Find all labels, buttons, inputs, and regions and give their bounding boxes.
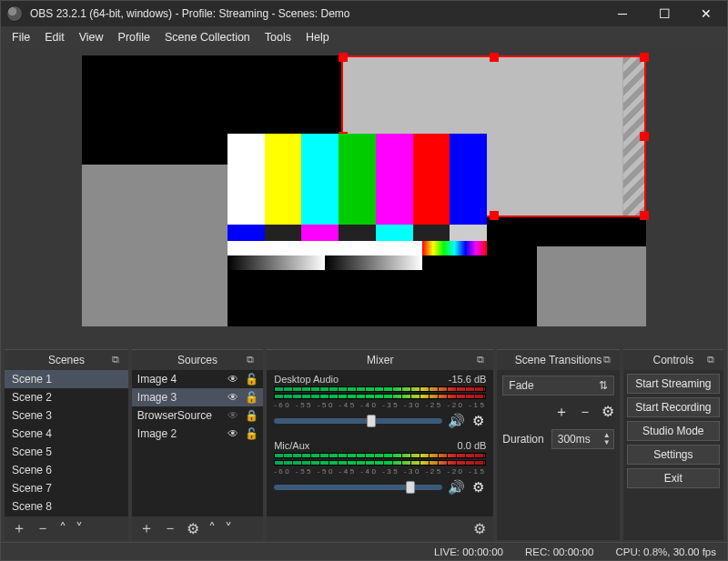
scene-item[interactable]: Scene 6	[5, 461, 128, 479]
remove-scene-button[interactable]: －	[35, 519, 50, 538]
scenes-panel: Scenes ⧉ Scene 1 Scene 2 Scene 3 Scene 4…	[5, 349, 128, 540]
duration-label: Duration	[502, 433, 543, 446]
scenes-toolbar: ＋ － ˄ ˅	[5, 516, 128, 540]
title-bar: OBS 23.2.1 (64-bit, windows) - Profile: …	[1, 1, 727, 26]
scenes-list[interactable]: Scene 1 Scene 2 Scene 3 Scene 4 Scene 5 …	[5, 370, 128, 516]
transition-select[interactable]: Fade ⇅	[502, 376, 613, 396]
resize-handle[interactable]	[640, 53, 649, 62]
transition-properties-button[interactable]: ⚙	[602, 403, 614, 422]
exit-button[interactable]: Exit	[627, 468, 720, 488]
undock-icon[interactable]: ⧉	[247, 354, 258, 365]
resize-handle[interactable]	[490, 211, 499, 220]
source-name: Image 3	[137, 391, 221, 404]
move-scene-up-button[interactable]: ˄	[59, 520, 66, 537]
window-title: OBS 23.2.1 (64-bit, windows) - Profile: …	[28, 7, 602, 20]
start-streaming-button[interactable]: Start Streaming	[627, 374, 720, 394]
close-button[interactable]: ✕	[685, 1, 727, 26]
scene-item[interactable]: Scene 3	[5, 406, 128, 425]
status-bar: LIVE: 00:00:00 REC: 00:00:00 CPU: 0.8%, …	[1, 542, 727, 560]
duration-spinner[interactable]: ▲▼	[551, 429, 614, 449]
scene-item[interactable]: Scene 5	[5, 443, 128, 461]
meter-ticks: -60 -55 -50 -45 -40 -35 -30 -25 -20 -15	[274, 467, 486, 476]
mixer-settings-button[interactable]: ⚙	[473, 520, 486, 537]
settings-button[interactable]: Settings	[627, 445, 720, 465]
scene-item[interactable]: Scene 7	[5, 479, 128, 497]
undock-icon[interactable]: ⧉	[477, 354, 488, 365]
scene-item[interactable]: Scene 1	[5, 370, 128, 388]
source-gray-block-right[interactable]	[537, 246, 646, 326]
preview-canvas[interactable]	[82, 55, 646, 326]
maximize-button[interactable]: ☐	[643, 1, 685, 26]
undock-icon[interactable]: ⧉	[112, 354, 123, 365]
source-name: BrowserSource	[137, 409, 221, 422]
resize-handle[interactable]	[640, 211, 649, 220]
transitions-panel-header: Scene Transitions ⧉	[497, 350, 619, 370]
chevron-updown-icon: ⇅	[599, 379, 608, 392]
transitions-panel: Scene Transitions ⧉ Fade ⇅ ＋ － ⚙ Duratio…	[497, 349, 619, 540]
menu-tools[interactable]: Tools	[258, 28, 298, 46]
source-color-bars[interactable]	[228, 134, 487, 270]
lock-icon[interactable]: 🔓	[245, 391, 258, 404]
source-item[interactable]: Image 2 👁 🔓	[132, 425, 263, 443]
sources-title: Sources	[177, 354, 217, 366]
status-rec: REC: 00:00:00	[525, 546, 593, 557]
mixer-body: Desktop Audio -15.6 dB -60 -55 -50 -45 -…	[267, 370, 493, 516]
volume-slider[interactable]	[274, 485, 442, 490]
source-name: Image 2	[137, 427, 221, 440]
sources-panel-header: Sources ⧉	[132, 350, 263, 370]
visibility-off-icon[interactable]: 👁	[227, 409, 239, 422]
source-item[interactable]: BrowserSource 👁 🔒	[132, 406, 263, 425]
menu-profile[interactable]: Profile	[111, 28, 157, 46]
move-scene-down-button[interactable]: ˅	[76, 520, 83, 537]
speaker-icon[interactable]: 🔊	[448, 413, 464, 429]
visibility-icon[interactable]: 👁	[227, 373, 239, 386]
audio-meter	[274, 460, 486, 466]
lock-icon[interactable]: 🔓	[245, 427, 258, 440]
studio-mode-button[interactable]: Studio Mode	[627, 421, 720, 441]
gear-icon[interactable]: ⚙	[470, 479, 486, 496]
lock-closed-icon[interactable]: 🔒	[245, 409, 258, 422]
controls-body: Start Streaming Start Recording Studio M…	[623, 370, 723, 540]
controls-panel: Controls ⧉ Start Streaming Start Recordi…	[623, 349, 723, 540]
source-name: Image 4	[137, 373, 221, 386]
visibility-icon[interactable]: 👁	[227, 391, 239, 404]
scene-item[interactable]: Scene 8	[5, 497, 128, 516]
resize-handle[interactable]	[339, 53, 348, 62]
start-recording-button[interactable]: Start Recording	[627, 397, 720, 417]
undock-icon[interactable]: ⧉	[603, 354, 614, 365]
add-scene-button[interactable]: ＋	[12, 519, 26, 538]
remove-transition-button[interactable]: －	[578, 403, 592, 422]
move-source-up-button[interactable]: ˄	[208, 520, 216, 537]
gear-icon[interactable]: ⚙	[470, 413, 486, 429]
menu-file[interactable]: File	[5, 28, 37, 46]
move-source-down-button[interactable]: ˅	[225, 520, 232, 537]
speaker-icon[interactable]: 🔊	[448, 479, 464, 496]
duration-input[interactable]	[552, 433, 603, 446]
scene-item[interactable]: Scene 4	[5, 425, 128, 443]
menu-scene-collection[interactable]: Scene Collection	[157, 28, 258, 46]
transitions-title: Scene Transitions	[515, 354, 602, 366]
resize-handle[interactable]	[490, 53, 499, 62]
preview-area	[1, 48, 727, 349]
menu-edit[interactable]: Edit	[37, 28, 72, 46]
add-source-button[interactable]: ＋	[139, 519, 154, 538]
menu-view[interactable]: View	[72, 28, 111, 46]
source-item[interactable]: Image 3 👁 🔓	[132, 388, 263, 406]
obs-app-icon	[6, 5, 23, 22]
source-properties-button[interactable]: ⚙	[187, 520, 199, 537]
scenes-title: Scenes	[48, 354, 85, 366]
lock-icon[interactable]: 🔓	[245, 373, 258, 386]
scene-item[interactable]: Scene 2	[5, 388, 128, 406]
sources-list[interactable]: Image 4 👁 🔓 Image 3 👁 🔓 BrowserSource 👁 …	[132, 370, 263, 516]
menu-help[interactable]: Help	[298, 28, 337, 46]
visibility-icon[interactable]: 👁	[227, 427, 239, 440]
volume-slider[interactable]	[274, 418, 442, 424]
spin-down-icon[interactable]: ▼	[603, 439, 611, 446]
add-transition-button[interactable]: ＋	[554, 403, 569, 422]
remove-source-button[interactable]: －	[163, 519, 177, 538]
source-item[interactable]: Image 4 👁 🔓	[132, 370, 263, 388]
source-gray-block-left[interactable]	[82, 165, 228, 326]
minimize-button[interactable]: ─	[602, 1, 643, 26]
resize-handle[interactable]	[640, 132, 649, 141]
undock-icon[interactable]: ⧉	[707, 354, 718, 365]
